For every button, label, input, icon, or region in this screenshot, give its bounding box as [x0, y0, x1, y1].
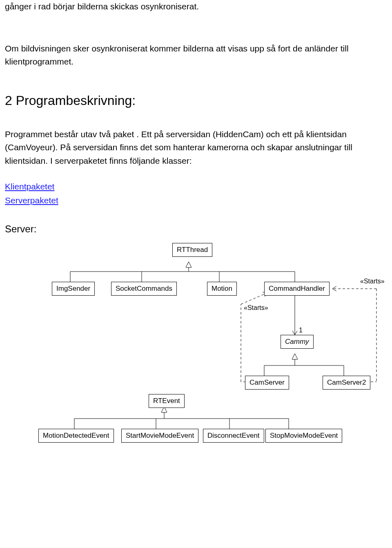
uml-class-motiondetectedevent: MotionDetectedEvent	[38, 429, 114, 443]
links-block: Klientpaketet Serverpaketet	[5, 180, 387, 207]
link-klientpaketet[interactable]: Klientpaketet	[5, 180, 387, 194]
svg-line-16	[241, 293, 267, 304]
uml-class-cammy: Cammy	[281, 335, 314, 349]
uml-class-imgsender: ImgSender	[52, 282, 95, 296]
uml-class-motion: Motion	[207, 282, 237, 296]
uml-class-startmoviemodeevent: StartMovieModeEvent	[121, 429, 198, 443]
paragraph-1: gånger i rad börjar bilderna skickas osy…	[5, 0, 387, 13]
uml-class-rtthread: RTThread	[172, 243, 212, 257]
uml-class-socketcommands: SocketCommands	[111, 282, 177, 296]
uml-class-commandhandler: CommandHandler	[264, 282, 330, 296]
uml-class-rtevent: RTEvent	[149, 394, 185, 408]
uml-diagram: RTThread ImgSender SocketCommands Motion…	[42, 243, 387, 451]
uml-class-camserver: CamServer	[245, 376, 289, 390]
uml-class-stopmoviemodeevent: StopMovieModeEvent	[265, 429, 342, 443]
uml-label-starts-right: «Starts»	[360, 278, 385, 285]
heading-server: Server:	[5, 223, 387, 235]
heading-programbeskrivning: 2 Programbeskrivning:	[5, 93, 387, 108]
paragraph-3: Programmet består utav två paket . Ett p…	[5, 128, 387, 168]
paragraph-2: Om bildvisningen sker osynkroniserat kom…	[5, 42, 387, 69]
uml-label-multiplicity-1: 1	[299, 327, 303, 334]
uml-class-camserver2: CamServer2	[323, 376, 370, 390]
uml-label-starts-left: «Starts»	[244, 304, 268, 312]
link-serverpaketet[interactable]: Serverpaketet	[5, 194, 387, 207]
uml-class-disconnectevent: DisconnectEvent	[203, 429, 264, 443]
